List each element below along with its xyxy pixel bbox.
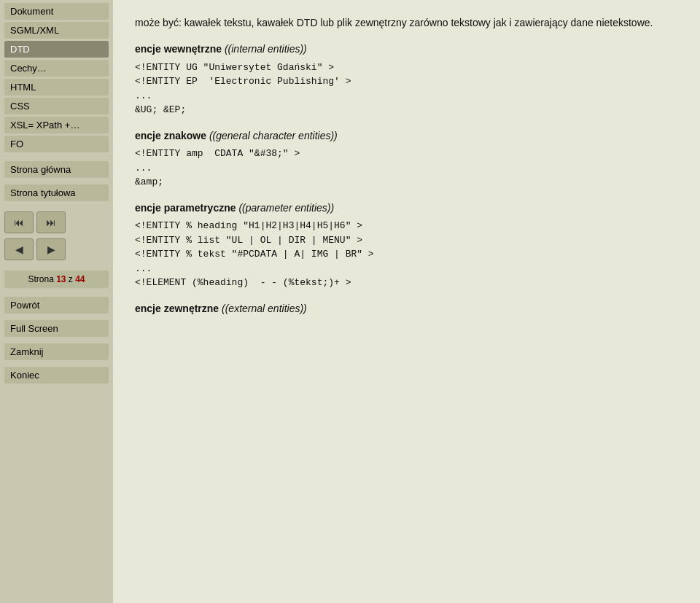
double-next-icon: ⏭ bbox=[46, 217, 56, 228]
section2-code: <!ENTITY amp CDATA "&#38;" > ... &amp; bbox=[135, 147, 678, 190]
sidebar: Dokument SGML/XML DTD Cechy… HTML CSS XS… bbox=[0, 0, 113, 603]
single-prev-icon: ◀ bbox=[15, 244, 23, 255]
single-arrow-row: ◀ ▶ bbox=[4, 237, 109, 262]
main-content: może być: kawałek tekstu, kawałek DTD lu… bbox=[113, 0, 700, 603]
single-next-button[interactable]: ▶ bbox=[36, 238, 66, 260]
koniec-button[interactable]: Koniec bbox=[4, 367, 109, 384]
strona-label: Strona bbox=[28, 274, 56, 284]
section1-heading-italic: ((internal entities)) bbox=[225, 43, 307, 55]
section1-heading: encje wewnętrzne ((internal entities)) bbox=[135, 41, 678, 57]
strona-glowna-button[interactable]: Strona główna bbox=[4, 161, 109, 178]
sidebar-item-fo[interactable]: FO bbox=[4, 136, 109, 152]
full-screen-button[interactable]: Full Screen bbox=[4, 320, 109, 337]
zamknij-button[interactable]: Zamknij bbox=[4, 343, 109, 360]
sidebar-item-html[interactable]: HTML bbox=[4, 79, 109, 96]
sidebar-item-css[interactable]: CSS bbox=[4, 98, 109, 114]
section3-heading: encje parametryczne ((parameter entities… bbox=[135, 200, 678, 216]
section1-heading-bold: encje wewnętrzne bbox=[135, 43, 222, 55]
section4-heading: encje zewnętrzne ((external entities)) bbox=[135, 300, 678, 316]
intro-text: może być: kawałek tekstu, kawałek DTD lu… bbox=[135, 15, 678, 31]
double-next-button[interactable]: ⏭ bbox=[36, 211, 66, 233]
sidebar-item-dtd[interactable]: DTD bbox=[4, 41, 109, 58]
total-pages: 44 bbox=[75, 274, 85, 284]
sidebar-item-sgml-xml[interactable]: SGML/XML bbox=[4, 22, 109, 39]
separator-z: z bbox=[66, 274, 76, 284]
strona-tytulowa-button[interactable]: Strona tytułowa bbox=[4, 184, 109, 201]
page-info: Strona 13 z 44 bbox=[4, 271, 109, 288]
double-arrow-row: ⏮ ⏭ bbox=[4, 210, 109, 235]
section2-heading: encje znakowe ((general character entiti… bbox=[135, 128, 678, 144]
section3-code: <!ENTITY % heading "H1|H2|H3|H4|H5|H6" >… bbox=[135, 219, 678, 290]
powrot-button[interactable]: Powrót bbox=[4, 297, 109, 314]
current-page: 13 bbox=[56, 274, 66, 284]
single-next-icon: ▶ bbox=[47, 244, 55, 255]
sidebar-item-xsl[interactable]: XSL= XPath +… bbox=[4, 117, 109, 133]
single-prev-button[interactable]: ◀ bbox=[4, 238, 34, 260]
section1-code: <!ENTITY UG "Uniwersytet Gdański" > <!EN… bbox=[135, 61, 678, 117]
double-prev-icon: ⏮ bbox=[14, 217, 24, 228]
sidebar-item-dokument[interactable]: Dokument bbox=[4, 3, 109, 20]
sidebar-item-cechy[interactable]: Cechy… bbox=[4, 60, 109, 77]
double-prev-button[interactable]: ⏮ bbox=[4, 211, 34, 233]
